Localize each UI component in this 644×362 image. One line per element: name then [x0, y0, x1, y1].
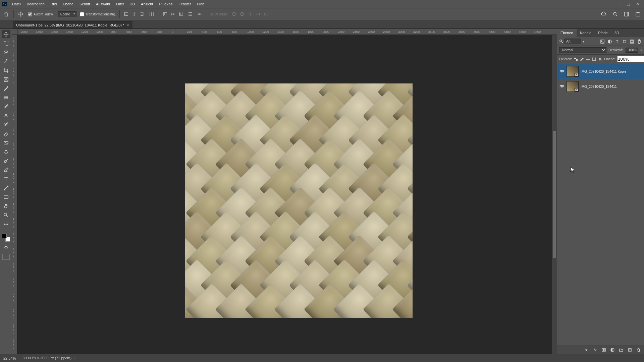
panel-tab-pfade[interactable]: Pfade — [595, 29, 611, 37]
magic-wand-tool[interactable] — [2, 57, 10, 65]
new-group-icon[interactable] — [619, 347, 624, 353]
distribute-v-icon[interactable] — [187, 11, 193, 17]
panel-tab-ebenen[interactable]: Ebenen — [557, 29, 577, 37]
lock-all-icon[interactable] — [598, 57, 602, 62]
vertical-scrollbar-thumb[interactable] — [553, 131, 556, 258]
more-align-icon[interactable] — [197, 11, 203, 17]
layer-filter-input[interactable] — [565, 39, 581, 44]
eraser-tool[interactable] — [2, 130, 10, 138]
lock-pixels-icon[interactable] — [580, 57, 584, 62]
layer-thumbnail[interactable] — [567, 66, 579, 77]
distribute-h-icon[interactable] — [149, 11, 155, 17]
filter-smart-icon[interactable] — [629, 39, 635, 44]
opacity-input[interactable] — [626, 48, 638, 53]
ruler-origin[interactable] — [12, 29, 17, 35]
foreground-color-swatch[interactable] — [2, 234, 7, 238]
auto-select-mode-select[interactable]: Ebene — [58, 11, 76, 17]
new-layer-icon[interactable] — [627, 347, 633, 353]
chevron-down-icon[interactable]: ▾ — [583, 40, 584, 43]
layer-name[interactable]: IMG_20210420_184411 Kopie — [581, 70, 626, 73]
auto-select-mode-wrap[interactable]: Ebene — [58, 11, 76, 17]
move-tool[interactable] — [2, 30, 10, 38]
layer-filter-search[interactable]: ▾ — [559, 39, 598, 44]
type-tool[interactable] — [2, 175, 10, 183]
blend-mode-select[interactable]: Normal — [559, 47, 606, 53]
link-layers-icon[interactable] — [584, 347, 589, 353]
menu-plugins[interactable]: Plug-ins — [156, 1, 175, 7]
filter-adjust-icon[interactable] — [607, 39, 612, 44]
path-tool[interactable] — [2, 184, 10, 192]
layer-visibility-icon[interactable] — [559, 84, 565, 89]
lock-transparency-icon[interactable] — [574, 57, 578, 62]
status-zoom[interactable]: 22,54% — [3, 356, 16, 360]
menu-ansicht[interactable]: Ansicht — [138, 1, 156, 7]
quick-mask-icon[interactable] — [2, 244, 10, 251]
vertical-ruler[interactable]: -600-400-2000200400600800100012001400160… — [12, 35, 17, 354]
panel-tab-kanaele[interactable]: Kanäle — [577, 29, 595, 37]
foreground-background-colors[interactable] — [2, 234, 10, 242]
eyedropper-tool[interactable] — [2, 84, 10, 93]
delete-layer-icon[interactable] — [636, 347, 641, 353]
document-tab[interactable]: Unbenannt-1 bei 22,5% (IMG_20210420_1844… — [13, 21, 132, 28]
adjustment-layer-icon[interactable] — [610, 347, 615, 353]
minimize-button[interactable]: – — [616, 2, 621, 6]
fill-input[interactable] — [617, 56, 644, 62]
healing-brush-tool[interactable] — [2, 94, 10, 102]
layer-list[interactable]: IMG_20210420_184411 KopieIMG_20210420_18… — [557, 64, 644, 346]
document-image[interactable] — [185, 83, 413, 318]
status-docinfo[interactable]: 3000 Px × 3000 Px (72 ppcm) — [22, 356, 71, 360]
screen-mode-icon[interactable] — [2, 254, 10, 260]
layer-thumbnail[interactable] — [567, 81, 579, 92]
menu-fenster[interactable]: Fenster — [176, 1, 194, 7]
auto-select-check-input[interactable] — [28, 12, 32, 16]
lock-position-icon[interactable] — [586, 57, 590, 62]
lock-artboard-icon[interactable] — [592, 57, 596, 62]
menu-bearbeiten[interactable]: Bearbeiten — [24, 1, 47, 7]
horizontal-ruler[interactable]: 2000180016001400120010008006004002000200… — [17, 29, 557, 35]
menu-datei[interactable]: Datei — [9, 1, 23, 7]
menu-hilfe[interactable]: Hilfe — [194, 1, 207, 7]
align-vcenter-icon[interactable] — [170, 11, 176, 17]
menu-filter[interactable]: Filter — [113, 1, 127, 7]
filter-image-icon[interactable] — [600, 39, 605, 44]
close-button[interactable]: ✕ — [635, 2, 640, 6]
status-menu-arrow-icon[interactable]: 〉 — [73, 356, 77, 360]
frame-tool[interactable] — [2, 75, 10, 83]
layer-style-icon[interactable]: fx — [592, 347, 598, 353]
maximize-button[interactable]: ▢ — [626, 2, 631, 6]
zoom-tool[interactable] — [2, 211, 10, 219]
brush-tool[interactable] — [2, 103, 10, 111]
history-brush-tool[interactable] — [2, 121, 10, 129]
share-icon[interactable] — [635, 11, 641, 17]
layer-mask-icon[interactable] — [601, 347, 606, 353]
vertical-scrollbar[interactable] — [552, 35, 557, 354]
align-top-icon[interactable] — [162, 11, 168, 17]
auto-select-checkbox[interactable]: Autom. ausw.: — [28, 12, 55, 16]
clone-stamp-tool[interactable] — [2, 112, 10, 120]
layer-name[interactable]: IMG_20210420_184411 — [581, 85, 617, 88]
blur-tool[interactable] — [2, 148, 10, 156]
lasso-tool[interactable] — [2, 48, 10, 56]
menu-auswahl[interactable]: Auswahl — [93, 1, 113, 7]
align-left-icon[interactable] — [123, 11, 129, 17]
transform-controls-input[interactable] — [80, 12, 84, 16]
align-hcenter-icon[interactable] — [131, 11, 137, 17]
align-right-icon[interactable] — [139, 11, 145, 17]
marquee-tool[interactable] — [2, 39, 10, 47]
edit-toolbar-icon[interactable] — [2, 220, 10, 228]
layer-row[interactable]: IMG_20210420_184411 — [557, 79, 644, 94]
menu-3d[interactable]: 3D — [127, 1, 138, 7]
chevron-down-icon[interactable]: ▾ — [640, 49, 642, 52]
menu-bild[interactable]: Bild — [48, 1, 59, 7]
canvas-area[interactable]: 2000180016001400120010008006004002000200… — [12, 29, 557, 354]
panel-tab-3d[interactable]: 3D — [611, 29, 623, 37]
layer-row[interactable]: IMG_20210420_184411 Kopie — [557, 64, 644, 79]
cloud-docs-icon[interactable] — [600, 11, 607, 17]
filter-shape-icon[interactable] — [622, 39, 627, 44]
crop-tool[interactable] — [2, 66, 10, 74]
rectangle-tool[interactable] — [2, 193, 10, 201]
home-icon[interactable] — [3, 10, 10, 18]
hand-tool[interactable] — [2, 202, 10, 210]
menu-ebene[interactable]: Ebene — [60, 1, 76, 7]
pen-tool[interactable] — [2, 166, 10, 174]
